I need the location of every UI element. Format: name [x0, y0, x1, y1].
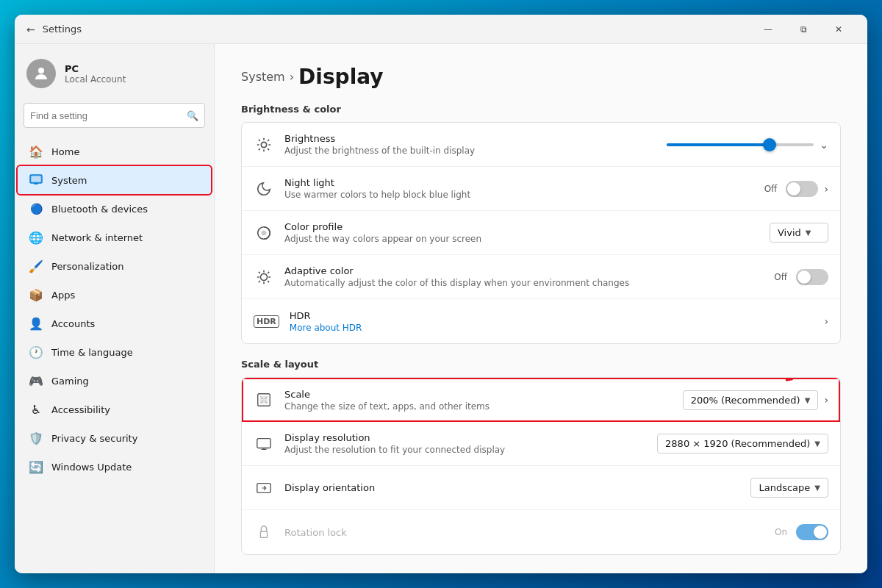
- night-light-row[interactable]: Night light Use warmer colors to help bl…: [242, 167, 840, 211]
- breadcrumb-separator: ›: [290, 70, 294, 84]
- brightness-slider[interactable]: [667, 143, 814, 146]
- network-icon: 🌐: [29, 231, 43, 244]
- hdr-control: ›: [824, 315, 828, 327]
- scale-icon: [254, 390, 274, 410]
- display-resolution-row[interactable]: Display resolution Adjust the resolution…: [242, 422, 840, 466]
- search-icon: 🔍: [187, 110, 198, 121]
- sidebar-item-system[interactable]: System: [18, 166, 211, 194]
- sidebar-item-accounts[interactable]: 👤 Accounts: [18, 309, 211, 337]
- orientation-dropdown[interactable]: Landscape ▼: [750, 478, 828, 498]
- night-light-toggle[interactable]: [786, 181, 818, 197]
- scale-control[interactable]: 200% (Recommended) ▼ ›: [683, 390, 828, 410]
- hdr-link[interactable]: More about HDR: [290, 323, 362, 333]
- brightness-control[interactable]: ⌄: [667, 139, 828, 151]
- svg-point-16: [262, 231, 266, 235]
- window-controls: — ⧉ ✕: [751, 18, 856, 41]
- adaptive-color-icon: [254, 267, 274, 287]
- rotation-lock-toggle[interactable]: [796, 524, 828, 540]
- sidebar: PC Local Account 🔍 🏠 Home: [15, 44, 215, 573]
- night-light-text: Night light Use warmer colors to help bl…: [284, 177, 754, 200]
- sidebar-label-bluetooth: Bluetooth & devices: [51, 204, 148, 215]
- sidebar-item-gaming[interactable]: 🎮 Gaming: [18, 367, 211, 395]
- sidebar-item-apps[interactable]: 📦 Apps: [18, 281, 211, 309]
- scale-layout-card: ➜ Scale Change the size of text, apps, a…: [241, 377, 841, 555]
- brightness-row[interactable]: Brightness Adjust the brightness of the …: [242, 123, 840, 167]
- scale-dropdown[interactable]: 200% (Recommended) ▼: [683, 390, 819, 410]
- brightness-chevron: ⌄: [820, 139, 828, 151]
- sidebar-item-personalization[interactable]: 🖌️ Personalization: [18, 252, 211, 280]
- display-resolution-text: Display resolution Adjust the resolution…: [284, 432, 647, 455]
- svg-line-13: [259, 148, 260, 150]
- slider-thumb[interactable]: [763, 138, 776, 151]
- breadcrumb-current: Display: [298, 65, 383, 89]
- search-input[interactable]: [30, 110, 187, 121]
- adaptive-color-toggle[interactable]: [796, 269, 828, 285]
- night-light-status: Off: [764, 184, 778, 194]
- sidebar-label-personalization: Personalization: [51, 261, 124, 272]
- hdr-row[interactable]: HDR HDR More about HDR ›: [242, 299, 840, 343]
- orientation-dropdown-arrow: ▼: [814, 484, 820, 492]
- adaptive-color-row[interactable]: Adaptive color Automatically adjust the …: [242, 255, 840, 299]
- minimize-button[interactable]: —: [751, 18, 785, 41]
- resolution-dropdown[interactable]: 2880 × 1920 (Recommended) ▼: [657, 434, 828, 453]
- color-profile-dropdown[interactable]: Vivid ▼: [770, 223, 828, 243]
- time-icon: 🕐: [29, 345, 43, 359]
- display-orientation-row[interactable]: Display orientation Landscape ▼: [242, 466, 840, 510]
- sidebar-item-privacy[interactable]: 🛡️ Privacy & security: [18, 424, 211, 452]
- night-light-name: Night light: [284, 177, 754, 188]
- section-brightness-title: Brightness & color: [241, 104, 841, 115]
- restore-button[interactable]: ⧉: [786, 18, 820, 41]
- sidebar-label-accessibility: Accessibility: [51, 404, 110, 415]
- close-button[interactable]: ✕: [822, 18, 856, 41]
- user-section: PC Local Account: [15, 44, 214, 97]
- brightness-color-card: Brightness Adjust the brightness of the …: [241, 122, 841, 344]
- adaptive-color-text: Adaptive color Automatically adjust the …: [284, 265, 764, 288]
- sidebar-item-time[interactable]: 🕐 Time & language: [18, 338, 211, 366]
- svg-point-17: [260, 273, 267, 280]
- night-light-chevron: ›: [824, 183, 828, 195]
- rotation-lock-icon: [254, 522, 274, 542]
- sidebar-item-accessibility[interactable]: ♿ Accessibility: [18, 395, 211, 423]
- search-box[interactable]: 🔍: [24, 103, 205, 128]
- content-area: PC Local Account 🔍 🏠 Home: [15, 44, 867, 573]
- hdr-icon: HDR: [254, 315, 279, 328]
- color-profile-desc: Adjust the way colors appear on your scr…: [284, 234, 759, 244]
- svg-point-6: [261, 142, 266, 147]
- brightness-text: Brightness Adjust the brightness of the …: [284, 133, 656, 156]
- hdr-desc: More about HDR: [290, 323, 814, 333]
- display-resolution-desc: Adjust the resolution to fit your connec…: [284, 445, 647, 455]
- adaptive-color-control: Off: [774, 269, 828, 285]
- user-info: PC Local Account: [65, 63, 126, 85]
- adaptive-color-status: Off: [774, 272, 787, 282]
- svg-line-14: [268, 139, 269, 140]
- section-scale-title: Scale & layout: [241, 359, 841, 370]
- scale-dropdown-arrow: ▼: [805, 396, 811, 404]
- color-profile-row[interactable]: Color profile Adjust the way colors appe…: [242, 211, 840, 255]
- scale-row[interactable]: Scale Change the size of text, apps, and…: [242, 378, 840, 422]
- scale-name: Scale: [284, 389, 673, 400]
- display-resolution-name: Display resolution: [284, 432, 647, 443]
- brightness-icon: [254, 135, 274, 155]
- sidebar-label-privacy: Privacy & security: [51, 433, 137, 444]
- adaptive-color-desc: Automatically adjust the color of this d…: [284, 278, 764, 288]
- update-icon: 🔄: [29, 460, 43, 473]
- nav-items: 🏠 Home System: [15, 137, 214, 573]
- sidebar-label-time: Time & language: [51, 347, 133, 358]
- rotation-lock-toggle-thumb: [814, 526, 827, 539]
- svg-point-0: [38, 68, 44, 74]
- settings-window: ← Settings — ⧉ ✕ PC Local Account: [15, 15, 867, 573]
- sidebar-item-network[interactable]: 🌐 Network & internet: [18, 223, 211, 251]
- hdr-name: HDR: [290, 310, 814, 321]
- sidebar-item-bluetooth[interactable]: 🔵 Bluetooth & devices: [18, 195, 211, 223]
- display-resolution-control[interactable]: 2880 × 1920 (Recommended) ▼: [657, 434, 828, 453]
- rotation-lock-text: Rotation lock: [284, 527, 764, 538]
- color-profile-control[interactable]: Vivid ▼: [770, 223, 828, 243]
- sidebar-item-home[interactable]: 🏠 Home: [18, 137, 211, 165]
- rotation-lock-name: Rotation lock: [284, 527, 764, 538]
- adaptive-color-name: Adaptive color: [284, 265, 764, 276]
- sidebar-item-update[interactable]: 🔄 Windows Update: [18, 453, 211, 481]
- color-profile-value: Vivid: [778, 227, 801, 238]
- slider-fill: [667, 143, 770, 146]
- display-orientation-control[interactable]: Landscape ▼: [750, 478, 828, 498]
- back-button[interactable]: ←: [26, 24, 35, 35]
